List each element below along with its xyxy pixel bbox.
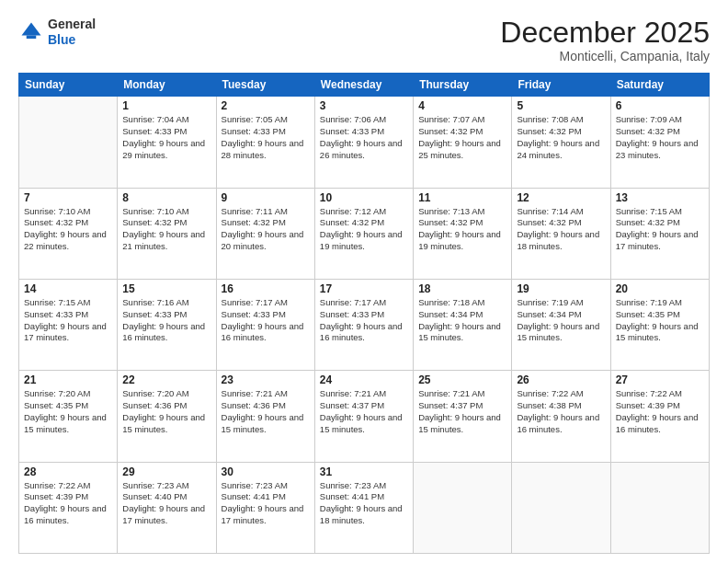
- day-info: Sunrise: 7:15 AMSunset: 4:32 PMDaylight:…: [616, 206, 704, 253]
- logo: General Blue: [18, 17, 96, 48]
- table-row: 28Sunrise: 7:22 AMSunset: 4:39 PMDayligh…: [19, 462, 118, 553]
- calendar-week-row: 1Sunrise: 7:04 AMSunset: 4:33 PMDaylight…: [19, 97, 710, 188]
- day-number: 4: [418, 99, 506, 112]
- day-info: Sunrise: 7:19 AMSunset: 4:35 PMDaylight:…: [616, 297, 704, 344]
- day-info: Sunrise: 7:15 AMSunset: 4:33 PMDaylight:…: [24, 297, 112, 344]
- table-row: 10Sunrise: 7:12 AMSunset: 4:32 PMDayligh…: [314, 188, 413, 279]
- table-row: [610, 462, 709, 553]
- table-row: 15Sunrise: 7:16 AMSunset: 4:33 PMDayligh…: [118, 279, 216, 370]
- day-info: Sunrise: 7:08 AMSunset: 4:32 PMDaylight:…: [517, 114, 605, 161]
- day-number: 1: [122, 99, 210, 112]
- day-info: Sunrise: 7:11 AMSunset: 4:32 PMDaylight:…: [222, 206, 310, 253]
- table-row: 27Sunrise: 7:22 AMSunset: 4:39 PMDayligh…: [610, 371, 709, 462]
- day-info: Sunrise: 7:20 AMSunset: 4:35 PMDaylight:…: [24, 388, 112, 435]
- day-info: Sunrise: 7:22 AMSunset: 4:38 PMDaylight:…: [517, 388, 605, 435]
- month-title: December 2025: [500, 17, 710, 49]
- table-row: 18Sunrise: 7:18 AMSunset: 4:34 PMDayligh…: [414, 279, 512, 370]
- day-number: 2: [222, 99, 310, 112]
- day-number: 17: [320, 282, 408, 295]
- day-number: 21: [24, 373, 112, 386]
- day-info: Sunrise: 7:16 AMSunset: 4:33 PMDaylight:…: [122, 297, 210, 344]
- day-number: 19: [517, 282, 605, 295]
- day-info: Sunrise: 7:18 AMSunset: 4:34 PMDaylight:…: [418, 297, 506, 344]
- header: General Blue December 2025 Monticelli, C…: [18, 17, 710, 63]
- title-block: December 2025 Monticelli, Campania, Ital…: [500, 17, 710, 63]
- table-row: 16Sunrise: 7:17 AMSunset: 4:33 PMDayligh…: [216, 279, 314, 370]
- table-row: 31Sunrise: 7:23 AMSunset: 4:41 PMDayligh…: [314, 462, 413, 553]
- table-row: 6Sunrise: 7:09 AMSunset: 4:32 PMDaylight…: [610, 97, 709, 188]
- svg-rect-1: [27, 35, 37, 39]
- table-row: 30Sunrise: 7:23 AMSunset: 4:41 PMDayligh…: [216, 462, 314, 553]
- day-info: Sunrise: 7:21 AMSunset: 4:37 PMDaylight:…: [320, 388, 408, 435]
- col-tuesday: Tuesday: [216, 74, 314, 97]
- calendar-week-row: 14Sunrise: 7:15 AMSunset: 4:33 PMDayligh…: [19, 279, 710, 370]
- day-info: Sunrise: 7:05 AMSunset: 4:33 PMDaylight:…: [222, 114, 310, 161]
- day-info: Sunrise: 7:21 AMSunset: 4:36 PMDaylight:…: [222, 388, 310, 435]
- day-info: Sunrise: 7:17 AMSunset: 4:33 PMDaylight:…: [222, 297, 310, 344]
- day-number: 23: [222, 373, 310, 386]
- day-info: Sunrise: 7:13 AMSunset: 4:32 PMDaylight:…: [418, 206, 506, 253]
- col-wednesday: Wednesday: [314, 74, 413, 97]
- col-sunday: Sunday: [19, 74, 118, 97]
- table-row: 23Sunrise: 7:21 AMSunset: 4:36 PMDayligh…: [216, 371, 314, 462]
- day-number: 27: [616, 373, 704, 386]
- day-info: Sunrise: 7:20 AMSunset: 4:36 PMDaylight:…: [122, 388, 210, 435]
- day-info: Sunrise: 7:07 AMSunset: 4:32 PMDaylight:…: [418, 114, 506, 161]
- calendar-header: Sunday Monday Tuesday Wednesday Thursday…: [19, 74, 710, 97]
- table-row: 9Sunrise: 7:11 AMSunset: 4:32 PMDaylight…: [216, 188, 314, 279]
- col-saturday: Saturday: [610, 74, 709, 97]
- table-row: [19, 97, 118, 188]
- day-info: Sunrise: 7:14 AMSunset: 4:32 PMDaylight:…: [517, 206, 605, 253]
- calendar-page: General Blue December 2025 Monticelli, C…: [0, 0, 728, 563]
- day-number: 7: [24, 191, 112, 204]
- day-number: 8: [122, 191, 210, 204]
- day-number: 30: [222, 465, 310, 478]
- day-number: 22: [122, 373, 210, 386]
- logo-text: General Blue: [48, 17, 96, 48]
- day-info: Sunrise: 7:10 AMSunset: 4:32 PMDaylight:…: [122, 206, 210, 253]
- calendar-table: Sunday Monday Tuesday Wednesday Thursday…: [18, 73, 710, 554]
- table-row: 14Sunrise: 7:15 AMSunset: 4:33 PMDayligh…: [19, 279, 118, 370]
- day-info: Sunrise: 7:10 AMSunset: 4:32 PMDaylight:…: [24, 206, 112, 253]
- table-row: [414, 462, 512, 553]
- day-info: Sunrise: 7:22 AMSunset: 4:39 PMDaylight:…: [24, 480, 112, 527]
- header-row: Sunday Monday Tuesday Wednesday Thursday…: [19, 74, 710, 97]
- location: Monticelli, Campania, Italy: [500, 49, 710, 63]
- table-row: 13Sunrise: 7:15 AMSunset: 4:32 PMDayligh…: [610, 188, 709, 279]
- table-row: 8Sunrise: 7:10 AMSunset: 4:32 PMDaylight…: [118, 188, 216, 279]
- day-info: Sunrise: 7:23 AMSunset: 4:41 PMDaylight:…: [320, 480, 408, 527]
- col-monday: Monday: [118, 74, 216, 97]
- day-info: Sunrise: 7:12 AMSunset: 4:32 PMDaylight:…: [320, 206, 408, 253]
- calendar-week-row: 7Sunrise: 7:10 AMSunset: 4:32 PMDaylight…: [19, 188, 710, 279]
- day-number: 15: [122, 282, 210, 295]
- day-number: 25: [418, 373, 506, 386]
- logo-general-text: General: [48, 17, 96, 32]
- logo-blue-text: Blue: [48, 32, 96, 48]
- day-number: 28: [24, 465, 112, 478]
- day-info: Sunrise: 7:04 AMSunset: 4:33 PMDaylight:…: [122, 114, 210, 161]
- table-row: 4Sunrise: 7:07 AMSunset: 4:32 PMDaylight…: [414, 97, 512, 188]
- day-info: Sunrise: 7:21 AMSunset: 4:37 PMDaylight:…: [418, 388, 506, 435]
- day-number: 6: [616, 99, 704, 112]
- day-number: 11: [418, 191, 506, 204]
- day-number: 3: [320, 99, 408, 112]
- day-info: Sunrise: 7:09 AMSunset: 4:32 PMDaylight:…: [616, 114, 704, 161]
- day-number: 31: [320, 465, 408, 478]
- day-number: 14: [24, 282, 112, 295]
- day-number: 29: [122, 465, 210, 478]
- calendar-week-row: 21Sunrise: 7:20 AMSunset: 4:35 PMDayligh…: [19, 371, 710, 462]
- day-number: 16: [222, 282, 310, 295]
- table-row: 5Sunrise: 7:08 AMSunset: 4:32 PMDaylight…: [512, 97, 610, 188]
- table-row: 2Sunrise: 7:05 AMSunset: 4:33 PMDaylight…: [216, 97, 314, 188]
- day-number: 12: [517, 191, 605, 204]
- table-row: 7Sunrise: 7:10 AMSunset: 4:32 PMDaylight…: [19, 188, 118, 279]
- table-row: 20Sunrise: 7:19 AMSunset: 4:35 PMDayligh…: [610, 279, 709, 370]
- table-row: 19Sunrise: 7:19 AMSunset: 4:34 PMDayligh…: [512, 279, 610, 370]
- calendar-week-row: 28Sunrise: 7:22 AMSunset: 4:39 PMDayligh…: [19, 462, 710, 553]
- table-row: 11Sunrise: 7:13 AMSunset: 4:32 PMDayligh…: [414, 188, 512, 279]
- day-info: Sunrise: 7:06 AMSunset: 4:33 PMDaylight:…: [320, 114, 408, 161]
- table-row: 25Sunrise: 7:21 AMSunset: 4:37 PMDayligh…: [414, 371, 512, 462]
- col-thursday: Thursday: [414, 74, 512, 97]
- day-info: Sunrise: 7:23 AMSunset: 4:40 PMDaylight:…: [122, 480, 210, 527]
- day-number: 20: [616, 282, 704, 295]
